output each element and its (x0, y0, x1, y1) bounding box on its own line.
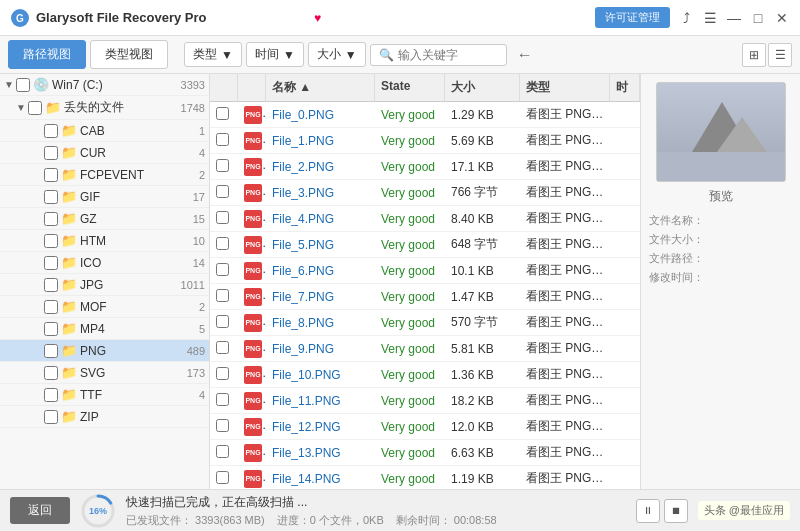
tree-checkbox-gz[interactable] (44, 212, 58, 226)
tree-item-svg[interactable]: 📁 SVG 173 (0, 362, 209, 384)
tree-count-mof: 2 (199, 301, 205, 313)
tree-label-htm: HTM (80, 234, 189, 248)
tree-item-ttf[interactable]: 📁 TTF 4 (0, 384, 209, 406)
share-btn[interactable]: ⤴ (678, 10, 694, 26)
tree-checkbox-cab[interactable] (44, 124, 58, 138)
preview-label: 预览 (709, 188, 733, 205)
pause-btn[interactable]: ⏸ (636, 499, 660, 523)
file-name: File_5.PNG (266, 235, 375, 255)
table-row[interactable]: PNG File_1.PNG Very good 5.69 KB 看图王 PNG… (210, 128, 640, 154)
tree-item-fcpevent[interactable]: 📁 FCPEVENT 2 (0, 164, 209, 186)
file-icon: PNG (238, 285, 266, 309)
license-btn[interactable]: 许可证管理 (595, 7, 670, 28)
chevron-down-icon: ▼ (345, 48, 357, 62)
file-icon: PNG (238, 155, 266, 179)
tree-checkbox-ttf[interactable] (44, 388, 58, 402)
filter-time[interactable]: 时间 ▼ (246, 42, 304, 67)
table-row[interactable]: PNG File_14.PNG Very good 1.19 KB 看图王 PN… (210, 466, 640, 489)
tree-item-mof[interactable]: 📁 MOF 2 (0, 296, 209, 318)
tree-checkbox-fcpevent[interactable] (44, 168, 58, 182)
table-row[interactable]: PNG File_0.PNG Very good 1.29 KB 看图王 PNG… (210, 102, 640, 128)
table-row[interactable]: PNG File_13.PNG Very good 6.63 KB 看图王 PN… (210, 440, 640, 466)
tree-checkbox-jpg[interactable] (44, 278, 58, 292)
search-box[interactable]: 🔍 (370, 44, 507, 66)
header-type[interactable]: 类型 (520, 74, 610, 101)
preview-filesize-row: 文件大小： (649, 232, 792, 247)
file-state: Very good (375, 131, 445, 151)
maximize-btn[interactable]: □ (750, 10, 766, 26)
file-icon: PNG (238, 441, 266, 465)
file-size: 1.36 KB (445, 365, 520, 385)
file-state: Very good (375, 157, 445, 177)
table-row[interactable]: PNG File_10.PNG Very good 1.36 KB 看图王 PN… (210, 362, 640, 388)
menu-btn[interactable]: ☰ (702, 10, 718, 26)
tree-checkbox-ico[interactable] (44, 256, 58, 270)
tree-item-cur[interactable]: 📁 CUR 4 (0, 142, 209, 164)
tree-checkbox-root[interactable] (16, 78, 30, 92)
row-checkbox (210, 234, 238, 256)
preview-image (656, 82, 786, 182)
tree-item-htm[interactable]: 📁 HTM 10 (0, 230, 209, 252)
file-time (610, 268, 640, 274)
header-state[interactable]: State (375, 74, 445, 101)
status-bar: 返回 16% 快速扫描已完成，正在高级扫描 ... 已发现文件： 3393(86… (0, 489, 800, 531)
table-row[interactable]: PNG File_8.PNG Very good 570 字节 看图王 PNG … (210, 310, 640, 336)
table-row[interactable]: PNG File_5.PNG Very good 648 字节 看图王 PNG … (210, 232, 640, 258)
folder-icon: 📁 (61, 409, 77, 424)
tree-count-jpg: 1011 (181, 279, 205, 291)
tree-checkbox-lost[interactable] (28, 101, 42, 115)
file-icon: PNG (238, 467, 266, 490)
back-main-btn[interactable]: 返回 (10, 497, 70, 524)
minimize-btn[interactable]: — (726, 10, 742, 26)
tree-checkbox-gif[interactable] (44, 190, 58, 204)
media-controls: ⏸ ⏹ (636, 499, 688, 523)
list-view-btn[interactable]: ☰ (768, 43, 792, 67)
table-row[interactable]: PNG File_6.PNG Very good 10.1 KB 看图王 PNG… (210, 258, 640, 284)
file-size: 570 字节 (445, 311, 520, 334)
table-row[interactable]: PNG File_12.PNG Very good 12.0 KB 看图王 PN… (210, 414, 640, 440)
tree-item-cab[interactable]: 📁 CAB 1 (0, 120, 209, 142)
header-time[interactable]: 时 (610, 74, 640, 101)
stop-btn[interactable]: ⏹ (664, 499, 688, 523)
tree-checkbox-htm[interactable] (44, 234, 58, 248)
tree-checkbox-svg[interactable] (44, 366, 58, 380)
tree-checkbox-mp4[interactable] (44, 322, 58, 336)
tree-checkbox-mof[interactable] (44, 300, 58, 314)
table-row[interactable]: PNG File_4.PNG Very good 8.40 KB 看图王 PNG… (210, 206, 640, 232)
preview-modtime-row: 修改时间： (649, 270, 792, 285)
tree-item-root[interactable]: ▼ 💿 Win7 (C:) 3393 (0, 74, 209, 96)
grid-view-btn[interactable]: ⊞ (742, 43, 766, 67)
filter-size[interactable]: 大小 ▼ (308, 42, 366, 67)
table-row[interactable]: PNG File_2.PNG Very good 17.1 KB 看图王 PNG… (210, 154, 640, 180)
tree-item-zip[interactable]: 📁 ZIP (0, 406, 209, 428)
header-size[interactable]: 大小 (445, 74, 520, 101)
folder-icon: 📁 (61, 233, 77, 248)
search-input[interactable] (398, 48, 498, 62)
header-name[interactable]: 名称 ▲ (266, 74, 375, 101)
file-state: Very good (375, 183, 445, 203)
tree-checkbox-png[interactable] (44, 344, 58, 358)
tree-checkbox-zip[interactable] (44, 410, 58, 424)
table-row[interactable]: PNG File_9.PNG Very good 5.81 KB 看图王 PNG… (210, 336, 640, 362)
back-icon-btn[interactable]: ← (511, 41, 539, 69)
folder-icon: 📁 (61, 387, 77, 402)
close-btn[interactable]: ✕ (774, 10, 790, 26)
tree-item-jpg[interactable]: 📁 JPG 1011 (0, 274, 209, 296)
tree-item-gz[interactable]: 📁 GZ 15 (0, 208, 209, 230)
tree-item-gif[interactable]: 📁 GIF 17 (0, 186, 209, 208)
tab-path-view[interactable]: 路径视图 (8, 40, 86, 69)
table-row[interactable]: PNG File_11.PNG Very good 18.2 KB 看图王 PN… (210, 388, 640, 414)
tree-item-png[interactable]: 📁 PNG 489 (0, 340, 209, 362)
tab-type-view[interactable]: 类型视图 (90, 40, 168, 69)
header-checkbox (210, 74, 238, 101)
table-row[interactable]: PNG File_7.PNG Very good 1.47 KB 看图王 PNG… (210, 284, 640, 310)
tree-item-ico[interactable]: 📁 ICO 14 (0, 252, 209, 274)
file-name: File_13.PNG (266, 443, 375, 463)
table-row[interactable]: PNG File_3.PNG Very good 766 字节 看图王 PNG … (210, 180, 640, 206)
tree-item-mp4[interactable]: 📁 MP4 5 (0, 318, 209, 340)
tree-checkbox-cur[interactable] (44, 146, 58, 160)
file-time (610, 398, 640, 404)
filter-type[interactable]: 类型 ▼ (184, 42, 242, 67)
heart-icon: ♥ (314, 11, 321, 25)
tree-item-lost[interactable]: ▼ 📁 丢失的文件 1748 (0, 96, 209, 120)
